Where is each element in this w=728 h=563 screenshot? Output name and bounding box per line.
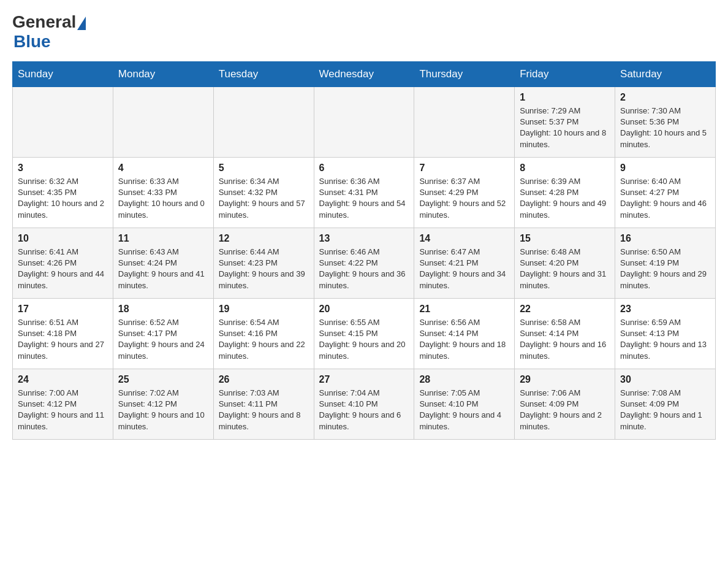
- day-number: 13: [319, 233, 409, 244]
- weekday-header-row: SundayMondayTuesdayWednesdayThursdayFrid…: [13, 62, 716, 87]
- calendar-cell: 1Sunrise: 7:29 AM Sunset: 5:37 PM Daylig…: [515, 87, 615, 158]
- logo: General Blue: [12, 12, 86, 52]
- weekday-header-saturday: Saturday: [615, 62, 716, 87]
- calendar-cell: 28Sunrise: 7:05 AM Sunset: 4:10 PM Dayli…: [414, 369, 515, 440]
- day-info: Sunrise: 7:29 AM Sunset: 5:37 PM Dayligh…: [520, 105, 610, 150]
- day-number: 5: [219, 163, 309, 174]
- day-info: Sunrise: 6:33 AM Sunset: 4:33 PM Dayligh…: [118, 176, 208, 221]
- weekday-header-tuesday: Tuesday: [213, 62, 314, 87]
- day-number: 6: [319, 163, 409, 174]
- day-info: Sunrise: 6:44 AM Sunset: 4:23 PM Dayligh…: [219, 247, 309, 291]
- calendar-cell: 7Sunrise: 6:37 AM Sunset: 4:29 PM Daylig…: [414, 158, 515, 228]
- day-number: 11: [118, 233, 208, 244]
- day-number: 29: [520, 374, 610, 385]
- day-info: Sunrise: 6:40 AM Sunset: 4:27 PM Dayligh…: [620, 176, 710, 221]
- calendar-table: SundayMondayTuesdayWednesdayThursdayFrid…: [12, 61, 716, 440]
- weekday-header-friday: Friday: [515, 62, 615, 87]
- day-info: Sunrise: 6:32 AM Sunset: 4:35 PM Dayligh…: [18, 176, 108, 221]
- calendar-cell: 14Sunrise: 6:47 AM Sunset: 4:21 PM Dayli…: [414, 228, 515, 299]
- day-info: Sunrise: 7:30 AM Sunset: 5:36 PM Dayligh…: [620, 105, 710, 150]
- day-number: 9: [620, 163, 710, 174]
- day-number: 27: [319, 374, 409, 385]
- calendar-cell: 3Sunrise: 6:32 AM Sunset: 4:35 PM Daylig…: [13, 158, 113, 228]
- day-number: 15: [520, 233, 610, 244]
- day-number: 22: [520, 304, 610, 315]
- day-number: 21: [419, 304, 509, 315]
- calendar-cell: 23Sunrise: 6:59 AM Sunset: 4:13 PM Dayli…: [615, 299, 716, 369]
- day-info: Sunrise: 6:43 AM Sunset: 4:24 PM Dayligh…: [118, 247, 208, 291]
- calendar-cell: 26Sunrise: 7:03 AM Sunset: 4:11 PM Dayli…: [213, 369, 314, 440]
- calendar-cell: 15Sunrise: 6:48 AM Sunset: 4:20 PM Dayli…: [515, 228, 615, 299]
- day-number: 16: [620, 233, 710, 244]
- day-info: Sunrise: 6:37 AM Sunset: 4:29 PM Dayligh…: [419, 176, 509, 221]
- calendar-cell: 27Sunrise: 7:04 AM Sunset: 4:10 PM Dayli…: [314, 369, 414, 440]
- day-info: Sunrise: 7:05 AM Sunset: 4:10 PM Dayligh…: [419, 388, 509, 432]
- day-number: 20: [319, 304, 409, 315]
- calendar-cell: 2Sunrise: 7:30 AM Sunset: 5:36 PM Daylig…: [615, 87, 716, 158]
- day-info: Sunrise: 6:56 AM Sunset: 4:14 PM Dayligh…: [419, 317, 509, 362]
- logo-blue-text: Blue: [13, 32, 51, 52]
- day-number: 26: [219, 374, 309, 385]
- day-number: 4: [118, 163, 208, 174]
- day-info: Sunrise: 6:48 AM Sunset: 4:20 PM Dayligh…: [520, 247, 610, 291]
- day-info: Sunrise: 6:41 AM Sunset: 4:26 PM Dayligh…: [18, 247, 108, 291]
- calendar-cell: 8Sunrise: 6:39 AM Sunset: 4:28 PM Daylig…: [515, 158, 615, 228]
- day-info: Sunrise: 7:03 AM Sunset: 4:11 PM Dayligh…: [219, 388, 309, 432]
- calendar-cell: 22Sunrise: 6:58 AM Sunset: 4:14 PM Dayli…: [515, 299, 615, 369]
- day-info: Sunrise: 6:34 AM Sunset: 4:32 PM Dayligh…: [219, 176, 309, 221]
- calendar-cell: 16Sunrise: 6:50 AM Sunset: 4:19 PM Dayli…: [615, 228, 716, 299]
- day-number: 1: [520, 92, 610, 103]
- calendar-row-1: 1Sunrise: 7:29 AM Sunset: 5:37 PM Daylig…: [13, 87, 716, 158]
- day-info: Sunrise: 6:39 AM Sunset: 4:28 PM Dayligh…: [520, 176, 610, 221]
- day-number: 12: [219, 233, 309, 244]
- calendar-cell: 6Sunrise: 6:36 AM Sunset: 4:31 PM Daylig…: [314, 158, 414, 228]
- day-number: 28: [419, 374, 509, 385]
- calendar-cell: 30Sunrise: 7:08 AM Sunset: 4:09 PM Dayli…: [615, 369, 716, 440]
- logo-triangle-icon: [77, 17, 86, 30]
- day-number: 24: [18, 374, 108, 385]
- day-number: 17: [18, 304, 108, 315]
- logo-general-text: General: [12, 12, 76, 32]
- day-info: Sunrise: 7:06 AM Sunset: 4:09 PM Dayligh…: [520, 388, 610, 432]
- calendar-cell: 18Sunrise: 6:52 AM Sunset: 4:17 PM Dayli…: [113, 299, 213, 369]
- day-info: Sunrise: 6:52 AM Sunset: 4:17 PM Dayligh…: [118, 317, 208, 362]
- day-info: Sunrise: 6:54 AM Sunset: 4:16 PM Dayligh…: [219, 317, 309, 362]
- calendar-cell: [13, 87, 113, 158]
- day-info: Sunrise: 6:58 AM Sunset: 4:14 PM Dayligh…: [520, 317, 610, 362]
- calendar-cell: 21Sunrise: 6:56 AM Sunset: 4:14 PM Dayli…: [414, 299, 515, 369]
- calendar-cell: 24Sunrise: 7:00 AM Sunset: 4:12 PM Dayli…: [13, 369, 113, 440]
- calendar-row-5: 24Sunrise: 7:00 AM Sunset: 4:12 PM Dayli…: [13, 369, 716, 440]
- day-info: Sunrise: 7:00 AM Sunset: 4:12 PM Dayligh…: [18, 388, 108, 432]
- day-info: Sunrise: 7:02 AM Sunset: 4:12 PM Dayligh…: [118, 388, 208, 432]
- day-number: 3: [18, 163, 108, 174]
- day-number: 8: [520, 163, 610, 174]
- weekday-header-monday: Monday: [113, 62, 213, 87]
- day-info: Sunrise: 7:08 AM Sunset: 4:09 PM Dayligh…: [620, 388, 710, 432]
- calendar-cell: 11Sunrise: 6:43 AM Sunset: 4:24 PM Dayli…: [113, 228, 213, 299]
- calendar-row-4: 17Sunrise: 6:51 AM Sunset: 4:18 PM Dayli…: [13, 299, 716, 369]
- day-number: 23: [620, 304, 710, 315]
- calendar-cell: 10Sunrise: 6:41 AM Sunset: 4:26 PM Dayli…: [13, 228, 113, 299]
- day-info: Sunrise: 6:55 AM Sunset: 4:15 PM Dayligh…: [319, 317, 409, 362]
- weekday-header-thursday: Thursday: [414, 62, 515, 87]
- day-info: Sunrise: 6:46 AM Sunset: 4:22 PM Dayligh…: [319, 247, 409, 291]
- day-number: 19: [219, 304, 309, 315]
- day-number: 14: [419, 233, 509, 244]
- day-number: 2: [620, 92, 710, 103]
- calendar-cell: [414, 87, 515, 158]
- calendar-cell: [213, 87, 314, 158]
- day-number: 30: [620, 374, 710, 385]
- weekday-header-wednesday: Wednesday: [314, 62, 414, 87]
- calendar-cell: 9Sunrise: 6:40 AM Sunset: 4:27 PM Daylig…: [615, 158, 716, 228]
- day-info: Sunrise: 6:59 AM Sunset: 4:13 PM Dayligh…: [620, 317, 710, 362]
- calendar-cell: 12Sunrise: 6:44 AM Sunset: 4:23 PM Dayli…: [213, 228, 314, 299]
- day-info: Sunrise: 7:04 AM Sunset: 4:10 PM Dayligh…: [319, 388, 409, 432]
- day-number: 18: [118, 304, 208, 315]
- calendar-row-3: 10Sunrise: 6:41 AM Sunset: 4:26 PM Dayli…: [13, 228, 716, 299]
- page-header: General Blue: [12, 12, 716, 52]
- calendar-cell: 20Sunrise: 6:55 AM Sunset: 4:15 PM Dayli…: [314, 299, 414, 369]
- calendar-cell: 17Sunrise: 6:51 AM Sunset: 4:18 PM Dayli…: [13, 299, 113, 369]
- day-info: Sunrise: 6:47 AM Sunset: 4:21 PM Dayligh…: [419, 247, 509, 291]
- calendar-cell: 25Sunrise: 7:02 AM Sunset: 4:12 PM Dayli…: [113, 369, 213, 440]
- calendar-row-2: 3Sunrise: 6:32 AM Sunset: 4:35 PM Daylig…: [13, 158, 716, 228]
